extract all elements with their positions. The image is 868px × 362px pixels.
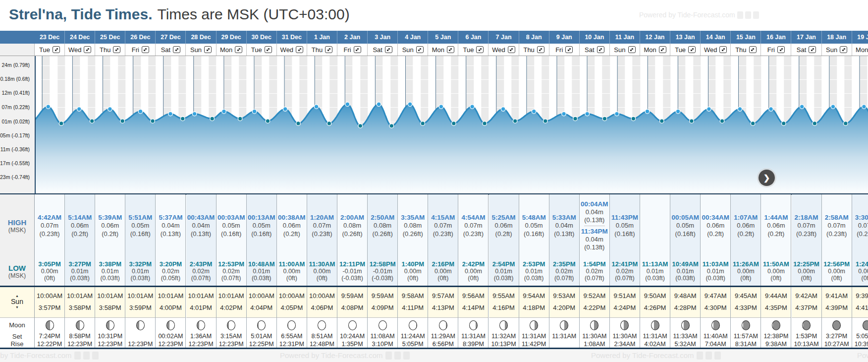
sunrise-time: 10:01AM [158, 292, 183, 300]
footer-watermark: Powered by Tide-Forecast.com [0, 351, 99, 360]
low-tide-cell: 3:20PM0.02m(0.05ft) [156, 257, 185, 286]
sun-cell: 10:01AM3:59PM [125, 286, 155, 318]
expand-day-icon[interactable] [296, 46, 303, 53]
low-height-ft: (0ft) [801, 275, 812, 282]
day-column: 5:39AM0.06m(0.2ft)3:38PM0.01m(0.03ft)10:… [95, 194, 125, 348]
sun-cell: 10:00AM4:06PM [307, 286, 337, 318]
high-time: 1:20AM [310, 213, 334, 222]
moonrise-time: 10:13PM [491, 341, 516, 348]
moonrise-time: 10:39AM [855, 341, 868, 348]
expand-day-icon[interactable] [84, 46, 91, 53]
expand-day-icon[interactable] [325, 46, 332, 53]
tide-times-page: Strel'na, Tide Times.Times are MSK (UTC+… [0, 0, 868, 362]
sunset-time: 4:37PM [795, 304, 817, 311]
low-label: LOW [8, 264, 26, 272]
day-column: 2:00AM0.08m(0.26ft)12:11PM-0.01m(-0.03ft… [337, 194, 368, 348]
moonrise-time: 12:23PM [158, 341, 183, 348]
high-tide-cell: 11:43PM0.05m(0.16ft) [610, 194, 640, 257]
low-time: 11:50AM [763, 261, 789, 268]
low-tide-cell: 3:27PM0.01m(0.03ft) [65, 257, 95, 286]
day-column: 1:07AM0.06m(0.2ft)11:26AM0.00m(0ft)9:45A… [731, 194, 761, 348]
moonrise-cell: 12:23PM [217, 340, 246, 348]
sun-cell: 9:52AM4:22PM [580, 286, 609, 318]
low-height-ft: (0.03ft) [100, 275, 120, 282]
high-tide-cell: 5:33AM0.04m(0.13ft) [549, 194, 579, 257]
moon-row-label: Moon [0, 318, 34, 332]
expand-day-icon[interactable] [113, 46, 120, 53]
sun-cell: 9:45AM4:33PM [731, 286, 760, 318]
expand-day-icon[interactable] [385, 46, 392, 53]
low-time: 2:53PM [523, 261, 545, 268]
moon-phase-icon [832, 320, 841, 330]
weekday-cell: Tue [458, 44, 488, 56]
expand-day-icon[interactable] [659, 46, 666, 53]
expand-day-icon[interactable] [476, 46, 484, 53]
moonrise-cell: 12:23PM [65, 340, 95, 348]
expand-day-icon[interactable] [809, 46, 816, 53]
low-height-m: 0.02m [586, 268, 603, 275]
high-height-m: 0.07m [828, 222, 846, 230]
expand-day-icon[interactable] [719, 46, 727, 53]
moonset-time: 00:02AM [158, 333, 183, 340]
date-header-cell: 30 Dec [247, 31, 277, 44]
moon-cell [368, 318, 397, 332]
high-tide-cell: 00:43AM0.04m(0.13ft) [186, 194, 216, 257]
expand-day-icon[interactable] [749, 46, 757, 53]
expand-day-icon[interactable] [537, 46, 544, 53]
low-tide-cell: 2:43PM0.02m(0.07ft) [186, 257, 216, 286]
expand-day-icon[interactable] [142, 46, 149, 53]
moonset-time: 11:33AM [673, 333, 698, 340]
expand-day-icon[interactable] [597, 46, 604, 53]
expand-day-icon[interactable] [53, 46, 60, 53]
high-height-m: 0.08m [343, 222, 361, 230]
weekday-label: Fri [767, 46, 775, 54]
day-column: 4:15AM0.07m(0.23ft)2:16PM0.00m(0ft)9:57A… [428, 194, 458, 348]
low-tide-cell: 1:40PM0.00m(0ft) [398, 257, 428, 286]
next-page-button[interactable]: ❯ [759, 170, 775, 186]
moon-cell [95, 318, 125, 332]
high-height-ft: (0.13ft) [161, 230, 181, 239]
high-tide-marker [615, 112, 619, 116]
expand-day-icon[interactable] [354, 46, 361, 53]
high-height-m: 0.07m [464, 222, 482, 230]
expand-day-icon[interactable] [628, 46, 636, 53]
expand-day-icon[interactable] [447, 46, 454, 53]
day-column: 00:05AM0.05m(0.16ft)10:49AM0.01m(0.03ft)… [670, 194, 701, 348]
high-tide-cell: 5:48AM0.05m(0.16ft) [519, 194, 549, 257]
watermark-icon [83, 352, 90, 360]
date-header-cell: 12 Jan [640, 31, 670, 44]
high-tide-marker [585, 112, 590, 116]
high-tide-marker [831, 105, 835, 109]
expand-day-icon[interactable] [840, 46, 847, 53]
moonset-cell: 11:31AM [458, 332, 488, 340]
expand-day-icon[interactable] [777, 46, 785, 53]
high-height-ft: (0.16ft) [675, 230, 696, 239]
expand-day-icon[interactable] [265, 46, 272, 53]
moon-phase-icon [802, 320, 811, 330]
expand-day-icon[interactable] [565, 46, 573, 53]
day-column: 5:14AM0.06m(0.2ft)3:27PM0.01m(0.03ft)10:… [65, 194, 95, 348]
expand-day-icon[interactable] [204, 46, 212, 53]
moon-phase-icon [620, 320, 629, 330]
expand-day-icon[interactable] [508, 46, 515, 53]
moonset-cell: 11:30AM [610, 332, 640, 340]
low-tide-marker [543, 119, 547, 123]
low-height-m: 0.02m [162, 268, 179, 275]
low-tide-marker [513, 119, 517, 123]
moonrise-cell: 10:13PM [489, 340, 519, 348]
moonset-time: 11:31AM [643, 333, 667, 340]
expand-day-icon[interactable] [688, 46, 696, 53]
low-tide-cell: 12:53PM0.02m(0.07ft) [217, 257, 246, 286]
footer-watermark: Powered by Tide-Forecast.com [591, 351, 721, 360]
high-tide-marker [738, 107, 742, 112]
moonrise-cell: 10:13AM [792, 340, 821, 348]
moonset-time: 11:32AM [491, 333, 516, 340]
expand-day-icon[interactable] [173, 46, 180, 53]
weekday-label: Sun [614, 46, 625, 54]
high-height-m: 0.05m [676, 222, 694, 230]
expand-day-icon[interactable] [235, 46, 242, 53]
expand-day-icon[interactable] [416, 46, 424, 53]
moonrise-time: 12:48PM [310, 341, 334, 348]
weekday-label: Wed [704, 46, 717, 54]
moonrise-time: 12:23PM [189, 341, 214, 348]
